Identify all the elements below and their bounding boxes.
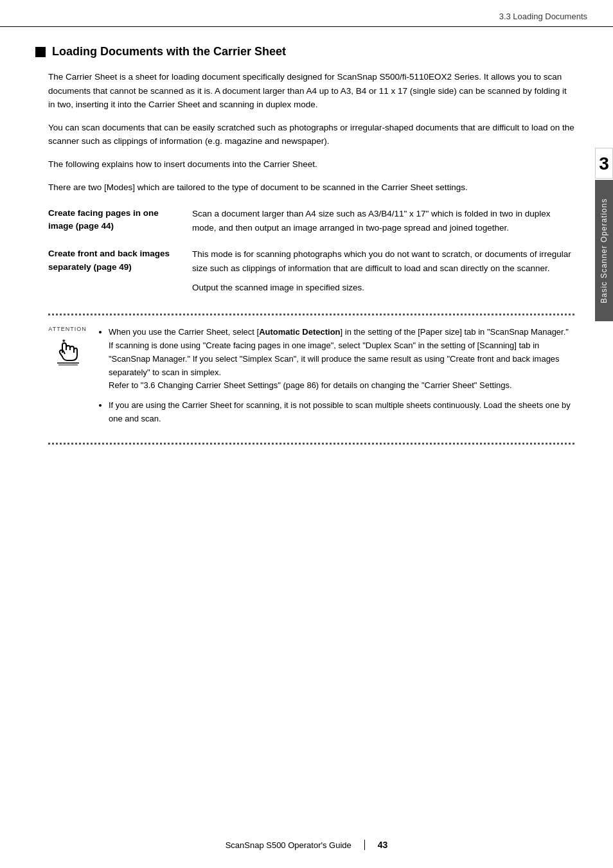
section-heading: Loading Documents with the Carrier Sheet [35, 45, 574, 58]
mode-2-description: This mode is for scanning photographs wh… [192, 247, 574, 294]
heading-square-icon [35, 47, 46, 57]
attention-inner: ATTENTION [48, 326, 574, 432]
paragraph-4: There are two [Modes] which are tailored… [48, 181, 574, 195]
attention-hand-icon [51, 333, 84, 367]
paragraph-1: The Carrier Sheet is a sheet for loading… [48, 70, 574, 112]
mode-1-label: Create facing pages in one image (page 4… [48, 207, 177, 235]
footer-product: ScanSnap S500 Operator's Guide [226, 840, 351, 850]
svg-marker-2 [62, 339, 66, 343]
chapter-number: 3 [595, 148, 613, 179]
footer-separator [364, 840, 365, 850]
attention-content: When you use the Carrier Sheet, select [… [97, 326, 574, 432]
bold-automatic-detection: Automatic Detection [259, 327, 340, 337]
section-title: Loading Documents with the Carrier Sheet [52, 45, 286, 58]
modes-table: Create facing pages in one image (page 4… [48, 207, 574, 294]
mode-1-description: Scan a document larger than A4 size such… [192, 207, 574, 235]
paragraph-3: The following explains how to insert doc… [48, 157, 574, 172]
footer-page: 43 [378, 840, 388, 850]
paragraph-2: You can scan documents that can be easil… [48, 121, 574, 148]
sidebar-label: Basic Scanner Operations [595, 180, 613, 321]
mode-2-label: Create front and back images separately … [48, 247, 177, 294]
attention-icon-area: ATTENTION [48, 326, 87, 367]
attention-item-1: When you use the Carrier Sheet, select [… [109, 326, 574, 393]
body-section: The Carrier Sheet is a sheet for loading… [48, 70, 574, 194]
header-text: 3.3 Loading Documents [499, 12, 587, 21]
attention-item-2: If you are using the Carrier Sheet for s… [109, 399, 574, 426]
page-header: 3.3 Loading Documents [0, 0, 613, 27]
attention-box: ATTENTION [48, 314, 574, 445]
page-footer: ScanSnap S500 Operator's Guide 43 [0, 840, 613, 850]
attention-list: When you use the Carrier Sheet, select [… [97, 326, 574, 426]
